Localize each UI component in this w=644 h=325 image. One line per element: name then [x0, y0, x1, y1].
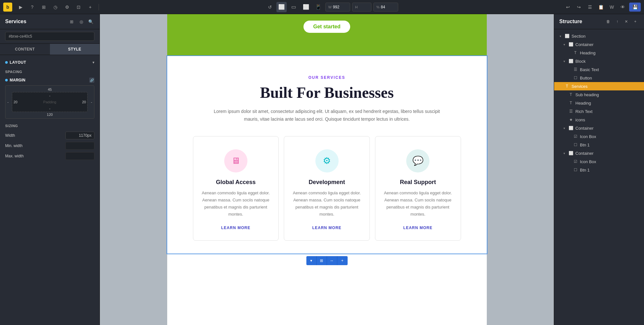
width-input[interactable]	[333, 5, 347, 9]
learn-more-btn-0[interactable]: LEARN MORE	[221, 226, 251, 230]
cst-chevron-down[interactable]: ▾	[306, 256, 317, 265]
tree-item-container-2[interactable]: ▾ ⬜ Container	[554, 124, 644, 132]
pages-btn[interactable]: 📋	[596, 3, 605, 12]
tree-item-btn1-2[interactable]: ☐ Btn 1	[554, 166, 644, 174]
zoom-input[interactable]	[381, 5, 395, 9]
tab-content[interactable]: CONTENT	[0, 44, 50, 55]
cst-grid[interactable]: ⊞	[317, 256, 327, 265]
panel-icon-2[interactable]: ◎	[78, 18, 85, 25]
service-card-0[interactable]: 🖥 Global Access Aenean commodo ligula eg…	[193, 136, 279, 241]
width-field-input[interactable]	[65, 132, 94, 139]
service-icon-2: 💬	[406, 149, 429, 172]
panel-icon-1[interactable]: ⊞	[68, 18, 75, 25]
undo-btn[interactable]: ↩	[563, 3, 572, 12]
tree-item-container-1[interactable]: ▾ ⬜ Container	[554, 40, 644, 49]
elements-btn[interactable]: ⊞	[39, 3, 48, 12]
zoom-label: %	[376, 5, 380, 9]
tree-item-block[interactable]: ▾ ⬜ Block	[554, 57, 644, 65]
tree-item-btn1-1[interactable]: ☐ Btn 1	[554, 141, 644, 149]
services-main-heading: Built For Businesses	[193, 84, 461, 101]
tablet-btn[interactable]: ▭	[289, 2, 299, 12]
container2-icon: ⬜	[568, 125, 573, 131]
preview-btn[interactable]: 👁	[618, 3, 627, 12]
panel-header-icons: ⊞ ◎ 🔍	[68, 18, 94, 25]
tree-item-heading-1[interactable]: T Heading	[554, 49, 644, 57]
tree-item-heading-2[interactable]: T Heading	[554, 99, 644, 107]
rp-export-icon[interactable]: ↑	[614, 18, 621, 25]
width-label: W	[328, 5, 332, 9]
max-width-row: Max. width	[5, 152, 94, 160]
cst-add[interactable]: +	[337, 256, 348, 265]
max-width-label: Max. width	[5, 154, 24, 158]
tree-item-rich-text[interactable]: ☰ Rich Text	[554, 107, 644, 116]
tree-item-button-1[interactable]: ☐ Button	[554, 74, 644, 82]
icons-icon: ★	[568, 117, 573, 122]
basictext-icon: ☰	[573, 67, 578, 72]
min-width-input[interactable]	[65, 142, 94, 150]
layout-chevron[interactable]: ▾	[92, 60, 94, 65]
subheading-label: Sub heading	[575, 92, 599, 97]
subheading-icon: T	[568, 92, 573, 97]
layout-section-header: LAYOUT ▾	[5, 60, 94, 65]
history-btn[interactable]: ◷	[51, 3, 60, 12]
templates-btn[interactable]: ⊡	[74, 3, 83, 12]
tree-item-container-3[interactable]: ▾ ⬜ Container	[554, 149, 644, 157]
services-icon: T	[564, 84, 570, 89]
cursor-tool[interactable]: ▶	[16, 3, 25, 12]
services-cards: 🖥 Global Access Aenean commodo ligula eg…	[193, 136, 461, 241]
learn-more-btn-1[interactable]: LEARN MORE	[312, 226, 341, 230]
heading1-icon: T	[573, 50, 578, 55]
right-panel: Structure 🗑 ↑ ✕ + ▾ ⬜ Section ▾ ⬜ Contai…	[554, 14, 644, 325]
width-row: Width	[5, 132, 94, 139]
container3-chevron: ▾	[562, 151, 566, 155]
tree-item-services[interactable]: T Services	[554, 82, 644, 90]
get-started-button[interactable]: Get started	[303, 21, 350, 33]
redo-btn[interactable]: ↪	[574, 3, 583, 12]
panel-search-icon[interactable]: 🔍	[87, 18, 94, 25]
sizing-label: SIZING	[5, 124, 94, 128]
button1-label: Button	[580, 76, 592, 80]
iconbox1-icon: ☑	[573, 134, 578, 139]
mobile-btn[interactable]: 📱	[313, 2, 323, 12]
top-toolbar: b ▶ ? ⊞ ◷ ⚙ ⊡ + ↺ ⬜ ▭ ⬜ 📱 W H % ↩ ↪ ☰ 📋 …	[0, 0, 644, 14]
margin-link-icon[interactable]: 🔗	[89, 78, 94, 83]
save-btn[interactable]: 💾	[629, 3, 641, 12]
laptop-btn[interactable]: ⬜	[301, 2, 311, 12]
btn1-1-icon: ☐	[573, 142, 578, 147]
element-id-input[interactable]	[5, 32, 94, 41]
learn-more-btn-2[interactable]: LEARN MORE	[403, 226, 433, 230]
tab-style[interactable]: STYLE	[50, 44, 100, 55]
rp-trash-icon[interactable]: 🗑	[605, 18, 612, 25]
tree-item-section[interactable]: ▾ ⬜ Section	[554, 32, 644, 40]
services-description: Lorem ipsum dolor sit amet, consectetur …	[208, 108, 446, 123]
wordpress-btn[interactable]: W	[607, 3, 616, 12]
service-card-1[interactable]: ⚙ Development Aenean commodo ligula egge…	[284, 136, 370, 241]
rp-delete-icon[interactable]: ✕	[623, 18, 630, 25]
tree-item-iconbox-2[interactable]: ☑ Icon Box	[554, 157, 644, 166]
canvas-selection-toolbar: ▾ ⊞ ↔ +	[306, 256, 348, 265]
margin-right-value: -	[91, 100, 92, 104]
service-card-2[interactable]: 💬 Real Support Aenean commodo ligula egg…	[375, 136, 461, 241]
tree-item-iconbox-1[interactable]: ☑ Icon Box	[554, 132, 644, 141]
add-btn[interactable]: +	[86, 3, 95, 12]
width-field: W	[325, 3, 350, 12]
canvas-area[interactable]: Get started OUR SERVICES Built For Busin…	[100, 14, 554, 325]
desktop-btn[interactable]: ⬜	[276, 2, 287, 12]
panel-header: Services ⊞ ◎ 🔍	[0, 14, 100, 29]
padding-bottom-value: -	[49, 107, 51, 110]
max-width-input[interactable]	[65, 152, 94, 160]
cst-move[interactable]: ↔	[327, 256, 337, 265]
service-icon-0: 🖥	[224, 149, 247, 172]
tree-item-basic-text[interactable]: ☰ Basic Text	[554, 65, 644, 74]
refresh-btn[interactable]: ↺	[265, 3, 274, 12]
tree-item-icons[interactable]: ★ icons	[554, 116, 644, 124]
height-input[interactable]	[359, 5, 369, 9]
rp-add-icon[interactable]: +	[632, 18, 639, 25]
service-text-0: Aenean commodo ligula egget dolor. Aenea…	[201, 190, 271, 218]
help-btn[interactable]: ?	[28, 3, 37, 12]
app-logo: b	[3, 3, 12, 12]
services-section[interactable]: OUR SERVICES Built For Businesses Lorem …	[167, 56, 487, 254]
settings-btn[interactable]: ⚙	[62, 3, 72, 12]
tree-item-subheading[interactable]: T Sub heading	[554, 90, 644, 99]
layout-btn[interactable]: ☰	[585, 3, 594, 12]
